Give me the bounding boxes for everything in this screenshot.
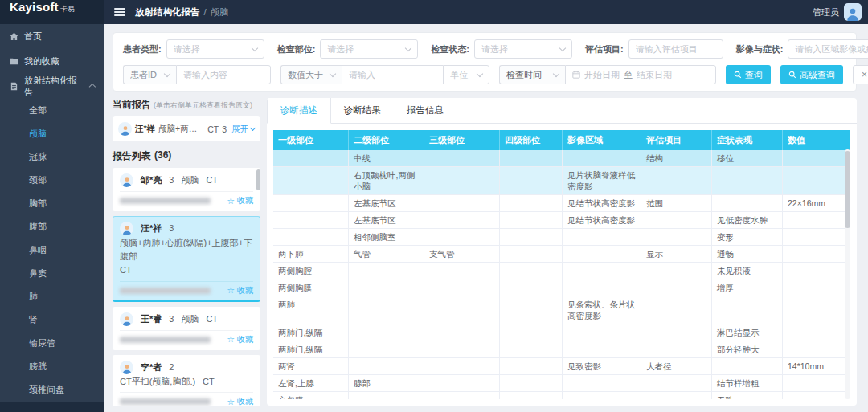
table-cell[interactable]: 见片状脑脊液样低密度影 <box>563 167 641 194</box>
table-cell[interactable] <box>783 392 850 399</box>
table-cell[interactable] <box>273 229 349 245</box>
table-cell[interactable] <box>563 246 641 262</box>
table-cell[interactable]: 左肾,上腺 <box>273 375 349 391</box>
table-cell[interactable] <box>500 392 563 399</box>
table-cell[interactable] <box>641 167 712 194</box>
table-cell[interactable] <box>424 392 500 399</box>
sidebar-subitem-鼻咽[interactable]: 鼻咽 <box>0 239 104 262</box>
patient-id-type-select[interactable]: 患者ID <box>123 65 176 84</box>
favorite-button[interactable]: ☆收藏 <box>227 334 253 345</box>
sidebar-subitem-胸部[interactable]: 胸部 <box>0 192 104 215</box>
sidebar-subitem-鼻窦[interactable]: 鼻窦 <box>0 262 104 285</box>
table-cell[interactable]: 两侧胸腔 <box>273 263 349 279</box>
table-cell[interactable] <box>712 358 783 374</box>
sidebar-subitem-肾[interactable]: 肾 <box>0 308 104 332</box>
tab-诊断描述[interactable]: 诊断描述 <box>267 98 331 124</box>
table-cell[interactable] <box>424 263 500 279</box>
table-cell[interactable] <box>783 229 850 245</box>
favorite-button[interactable]: ☆收藏 <box>227 396 253 406</box>
table-cell[interactable] <box>563 150 641 166</box>
table-cell[interactable] <box>563 341 641 357</box>
table-cell[interactable] <box>500 229 563 245</box>
favorite-button[interactable]: ☆收藏 <box>227 195 253 206</box>
table-cell[interactable] <box>783 341 850 357</box>
filter-select[interactable]: 请选择 <box>320 39 418 59</box>
table-cell[interactable] <box>500 279 563 296</box>
table-cell[interactable] <box>273 150 349 166</box>
list-scrollbar[interactable] <box>256 169 260 190</box>
table-cell[interactable]: 22×16mm <box>783 195 850 211</box>
breadcrumb-root[interactable]: 放射结构化报告 <box>135 6 200 18</box>
table-cell[interactable] <box>500 150 563 166</box>
table-cell[interactable] <box>563 229 641 245</box>
tab-报告信息[interactable]: 报告信息 <box>394 98 457 123</box>
table-cell[interactable] <box>712 296 783 324</box>
table-cell[interactable] <box>424 229 500 245</box>
table-cell[interactable]: 两肺 <box>273 296 349 324</box>
sidebar-subitem-膀胱[interactable]: 膀胱 <box>0 355 104 378</box>
sidebar-subitem-颈部[interactable]: 颈部 <box>0 169 104 192</box>
table-cell[interactable]: 两肺门,纵隔 <box>273 324 349 341</box>
table-cell[interactable] <box>424 341 500 357</box>
table-cell[interactable] <box>424 296 500 324</box>
table-cell[interactable]: 两肺门,纵隔 <box>273 341 349 357</box>
patient-card[interactable]: 邹*亮3颅脑CT☆收藏 <box>113 168 260 211</box>
sidebar-item-home[interactable]: 首页 <box>0 24 104 49</box>
table-cell[interactable] <box>349 324 424 341</box>
expand-link[interactable]: 展开 <box>231 124 255 135</box>
table-cell[interactable]: 结节样增粗 <box>712 375 783 391</box>
table-cell[interactable]: 移位 <box>712 150 783 166</box>
table-cell[interactable] <box>641 296 712 324</box>
table-cell[interactable] <box>641 263 712 279</box>
sidebar-subitem-全部[interactable]: 全部 <box>0 99 104 122</box>
table-cell[interactable] <box>424 375 500 391</box>
tab-诊断结果[interactable]: 诊断结果 <box>331 98 394 123</box>
patient-card[interactable]: 汪*祥3颅脑+两肺+心脏(纵隔)+上腹部+下腹部CT☆收藏 <box>113 216 260 302</box>
table-cell[interactable] <box>273 167 349 194</box>
table-cell[interactable]: 大者径 <box>641 358 712 374</box>
sidebar-item-structured-report[interactable]: 放射结构化报告 <box>0 74 104 99</box>
clear-button[interactable]: × 清空 <box>853 65 868 84</box>
table-cell[interactable]: 显示 <box>641 246 712 262</box>
table-cell[interactable]: 14*10mm <box>783 358 850 374</box>
table-cell[interactable] <box>424 212 500 228</box>
table-cell[interactable] <box>424 358 500 374</box>
table-cell[interactable]: 见低密度水肿 <box>712 212 783 228</box>
table-cell[interactable] <box>500 375 563 391</box>
search-button[interactable]: 查询 <box>726 65 771 84</box>
table-cell[interactable] <box>349 341 424 357</box>
table-cell[interactable] <box>641 392 712 399</box>
table-cell[interactable] <box>712 167 783 194</box>
unit-select[interactable]: 单位 <box>443 65 489 84</box>
table-cell[interactable]: 变形 <box>712 229 783 245</box>
table-cell[interactable] <box>349 263 424 279</box>
table-cell[interactable] <box>424 150 500 166</box>
table-cell[interactable] <box>349 279 424 296</box>
table-cell[interactable] <box>783 263 850 279</box>
table-cell[interactable]: 右顶颞枕叶,两侧小脑 <box>349 167 424 194</box>
table-cell[interactable]: 见条索状、条片状高密度影 <box>563 296 641 324</box>
filter-select[interactable]: 请选择 <box>474 39 572 59</box>
table-cell[interactable] <box>500 324 563 341</box>
table-cell[interactable] <box>712 195 783 211</box>
table-cell[interactable] <box>563 375 641 391</box>
table-cell[interactable]: 结构 <box>641 150 712 166</box>
table-cell[interactable] <box>783 324 850 341</box>
table-cell[interactable] <box>500 358 563 374</box>
filter-input[interactable]: 请输入评估项目 <box>628 39 723 59</box>
user-menu[interactable]: 管理员 <box>813 3 868 21</box>
advanced-search-button[interactable]: 高级查询 <box>780 65 843 84</box>
table-cell[interactable]: 两肾 <box>273 358 349 374</box>
table-cell[interactable]: 见结节状高密度影 <box>563 212 641 228</box>
table-cell[interactable]: 支气管 <box>424 246 500 262</box>
table-cell[interactable] <box>641 229 712 245</box>
value-compare-select[interactable]: 数值大于 <box>280 65 342 84</box>
table-cell[interactable] <box>500 212 563 228</box>
filter-select[interactable]: 请选择 <box>166 39 264 59</box>
table-cell[interactable] <box>424 279 500 296</box>
table-cell[interactable]: 左基底节区 <box>349 195 424 211</box>
table-cell[interactable] <box>273 212 349 228</box>
table-cell[interactable]: 相邻侧脑室 <box>349 229 424 245</box>
table-cell[interactable] <box>563 263 641 279</box>
patient-id-input[interactable]: 请输入内容 <box>176 65 271 84</box>
